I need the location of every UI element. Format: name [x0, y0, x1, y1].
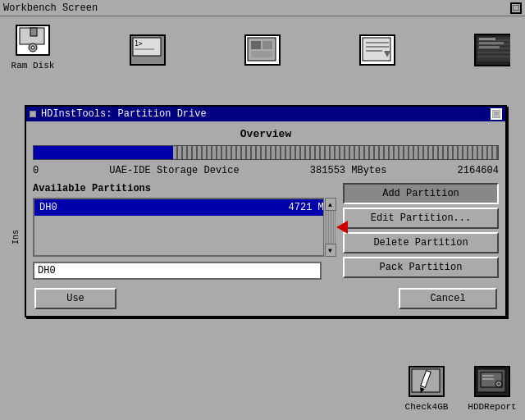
partitions-list-container: DH0 4721 MB ▲ ▼: [33, 198, 336, 257]
partition-item-dh0[interactable]: DH0 4721 MB: [34, 199, 335, 216]
partition-name-field: [33, 262, 322, 280]
cancel-button[interactable]: Cancel: [399, 288, 497, 309]
device-name: UAE-IDE Storage Device: [109, 165, 239, 176]
svg-text:1>: 1>: [135, 40, 143, 48]
desktop-icon-ramdisk[interactable]: Ram Disk: [8, 23, 57, 71]
pack-partition-button[interactable]: Pack Partition: [343, 257, 499, 278]
delete-partition-button[interactable]: Delete Partition: [343, 232, 499, 253]
partitions-section: Available Partitions DH0 4721 MB ▲: [33, 183, 499, 280]
desktop-icon-shell[interactable]: 1>: [123, 33, 172, 71]
svg-rect-12: [262, 41, 272, 49]
screen-icon-img: [474, 34, 510, 68]
partition-name-input[interactable]: [33, 262, 322, 280]
sidebar-indicator: Ins: [11, 230, 21, 244]
desktop-icon-image[interactable]: [238, 33, 287, 71]
svg-rect-15: [363, 38, 390, 61]
add-partition-button[interactable]: Add Partition: [343, 183, 499, 204]
device-number: 0: [33, 165, 39, 176]
scroll-track: [325, 211, 336, 244]
device-id: 2164604: [458, 165, 499, 176]
shell-icon-img: 1>: [130, 34, 166, 67]
partitions-list[interactable]: DH0 4721 MB: [33, 198, 336, 257]
edit-partition-button[interactable]: Edit Partition...: [343, 208, 499, 229]
desktop-icon-check4gb[interactable]: Check4GB: [402, 364, 451, 412]
dialog-close-button[interactable]: □: [491, 108, 502, 120]
check4gb-label: Check4GB: [405, 402, 449, 412]
svg-rect-28: [479, 42, 504, 44]
ramdisk-icon-img: [16, 25, 50, 57]
partition-action-buttons: Add Partition Edit Partition... Delete P…: [343, 183, 499, 278]
hddreport-icon-img: [474, 366, 510, 399]
dialog-titlebar: HDInstTools: Partition Drive □: [26, 107, 505, 121]
overview-section-title: Overview: [33, 128, 499, 140]
svg-rect-39: [482, 375, 494, 377]
partition-scrollbar[interactable]: ▲ ▼: [323, 198, 336, 257]
svg-rect-29: [479, 46, 500, 48]
dialog-title-dot: [30, 111, 36, 117]
svg-rect-13: [251, 51, 272, 57]
bottom-buttons: Use Cancel: [33, 288, 499, 309]
partitions-label: Available Partitions: [33, 183, 336, 194]
desktop: Ram Disk 1>: [0, 16, 525, 420]
desktop-icons-bottom: Check4GB HDDReport: [402, 364, 517, 412]
desktop-icon-hddreport[interactable]: HDDReport: [468, 364, 517, 412]
storage-progress-bar: [33, 145, 499, 160]
svg-rect-11: [251, 41, 261, 49]
workbench-title: Workbench Screen: [3, 2, 98, 14]
dialog-body: Overview 0 UAE-IDE Storage Device 381553…: [26, 121, 505, 316]
check4gb-icon-img: [409, 366, 445, 399]
image-icon-img: [244, 34, 281, 67]
storage-bar-fill: [34, 146, 173, 159]
info-icon-img: [359, 34, 395, 67]
svg-point-38: [498, 383, 500, 386]
partition-name: DH0: [39, 202, 57, 213]
arrow-cursor-decoration: [336, 221, 348, 234]
scroll-up-button[interactable]: ▲: [325, 198, 336, 211]
desktop-icon-info[interactable]: [353, 33, 402, 71]
workbench-close-button[interactable]: □: [510, 2, 522, 14]
device-info-row: 0 UAE-IDE Storage Device 381553 MBytes 2…: [33, 163, 499, 178]
svg-rect-40: [482, 378, 494, 380]
ramdisk-label: Ram Disk: [11, 61, 55, 71]
dialog-title: HDInstTools: Partition Drive: [41, 108, 207, 120]
partitions-left: Available Partitions DH0 4721 MB ▲: [33, 183, 336, 280]
workbench-titlebar: Workbench Screen □: [0, 0, 525, 16]
use-button[interactable]: Use: [34, 288, 116, 309]
device-size: 381553 MBytes: [310, 165, 387, 176]
desktop-icon-screen[interactable]: [468, 33, 517, 71]
scroll-down-button[interactable]: ▼: [325, 244, 336, 257]
desktop-icons-top: Ram Disk 1>: [0, 16, 525, 71]
hdinsttools-dialog: HDInstTools: Partition Drive □ Overview …: [25, 105, 507, 317]
svg-point-4: [31, 46, 34, 49]
hddreport-label: HDDReport: [468, 402, 516, 412]
svg-rect-2: [30, 28, 37, 36]
svg-rect-27: [479, 38, 495, 40]
